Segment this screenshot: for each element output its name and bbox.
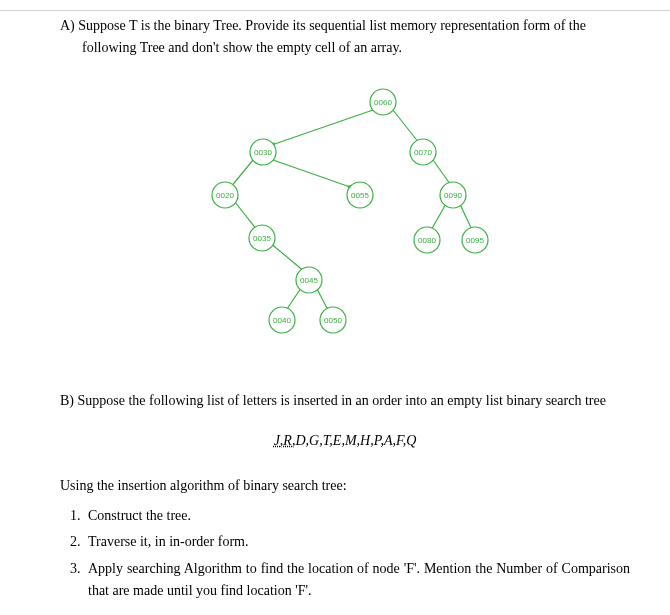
svg-line-3 [273,160,353,188]
svg-line-0 [263,110,373,148]
svg-line-2 [230,160,253,188]
tree-node-30: 0030 [254,148,272,157]
tree-node-50: 0050 [324,316,342,325]
tree-node-80: 0080 [418,236,436,245]
tree-node-95: 0095 [466,236,484,245]
task-2: Traverse it, in in-order form. [84,531,630,553]
using-algorithm-text: Using the insertion algorithm of binary … [60,475,630,497]
svg-line-6 [430,202,447,232]
task-3: Apply searching Algorithm to find the lo… [84,558,630,603]
question-a: A) Suppose T is the binary Tree. Provide… [60,15,630,60]
tree-node-40: 0040 [273,316,291,325]
tree-node-55: 0055 [351,191,369,200]
svg-line-8 [269,242,305,272]
tree-node-45: 0045 [300,276,318,285]
tree-svg: 0060 0030 0070 0020 0055 0090 0035 0080 … [185,80,505,360]
question-a-line1: A) Suppose T is the binary Tree. Provide… [60,18,586,33]
question-b-intro: B) Suppose the following list of letters… [60,390,630,412]
task-1: Construct the tree. [84,505,630,527]
letters-rest: D,G,T,E,M,H,P,A,F,Q [295,433,416,448]
svg-line-5 [235,202,257,230]
task-list: Construct the tree. Traverse it, in in-o… [84,505,630,603]
letters-first: J,R, [274,433,296,448]
tree-node-20: 0020 [216,191,234,200]
tree-node-35: 0035 [253,234,271,243]
binary-tree-diagram: 0060 0030 0070 0020 0055 0090 0035 0080 … [60,80,630,360]
tree-node-70: 0070 [414,148,432,157]
question-a-line2: following Tree and don't show the empty … [82,37,630,59]
letter-sequence: J,R,D,G,T,E,M,H,P,A,F,Q [60,430,630,452]
tree-node-root: 0060 [374,98,392,107]
tree-node-90: 0090 [444,191,462,200]
page-divider [0,10,670,11]
